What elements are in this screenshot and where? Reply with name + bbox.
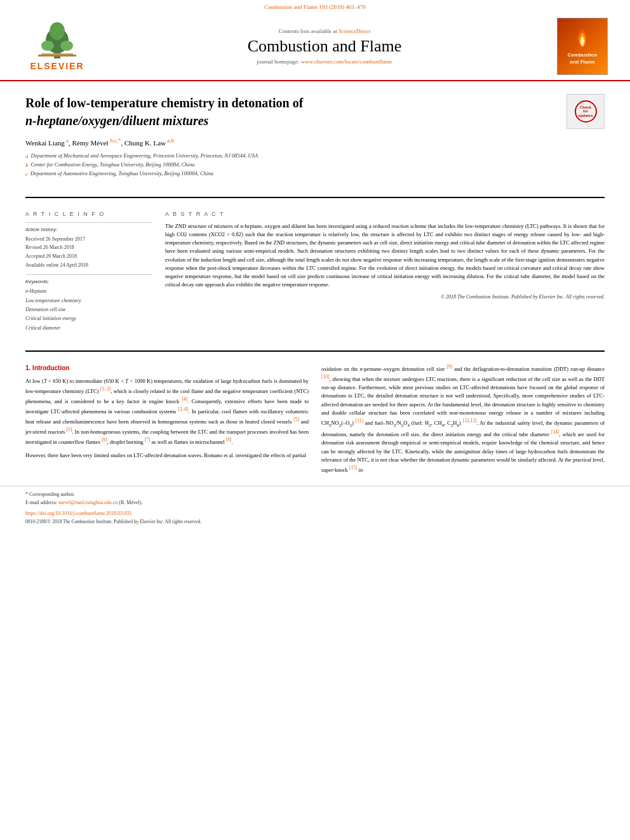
history-dates: Received 26 September 2017 Revised 26 Ma…: [25, 235, 152, 269]
corresponding-author-note: * Corresponding author.: [25, 491, 605, 497]
author-2-name: Rémy Mével: [72, 139, 108, 147]
body-column-right: oxidation on the n-pentane–oxygen detona…: [321, 363, 605, 479]
sciencedirect-link[interactable]: ScienceDirect: [338, 28, 370, 34]
author-1-name: Wenkai Liang: [25, 139, 65, 147]
elsevier-label: ELSEVIER: [30, 61, 84, 71]
body-column-left: 1. Introduction At low (T < 650 K) to in…: [25, 363, 309, 479]
date-accepted: Accepted 26 March 2018: [25, 252, 152, 261]
affiliation-3: c Department of Automotive Engineering, …: [25, 170, 605, 178]
date-revised: Revised 26 March 2018: [25, 243, 152, 252]
article-info-abstract-section: A R T I C L E I N F O Article history: R…: [0, 204, 630, 344]
journal-title: Combustion and Flame: [95, 37, 554, 56]
footer-section: * Corresponding author. E-mail address: …: [0, 486, 630, 524]
keyword-5: Critical diameter: [25, 324, 152, 333]
keywords-list: n-Heptane Low temperature chemistry Deto…: [25, 287, 152, 333]
date-online: Available online 24 April 2018: [25, 261, 152, 270]
abstract-column: A B S T R A C T The ZND structure of mix…: [165, 211, 605, 338]
author-3-sup: a,b: [166, 137, 174, 143]
author-1-sup: a: [65, 137, 69, 143]
svg-point-4: [50, 22, 65, 40]
keyword-2: Low temperature chemistry: [25, 297, 152, 305]
history-label: Article history:: [25, 227, 152, 232]
keywords-label: Keywords:: [25, 279, 152, 284]
journal-header-center: Contents lists available at ScienceDirec…: [95, 28, 554, 65]
abstract-heading: A B S T R A C T: [165, 211, 605, 217]
copyright-line: © 2018 The Combustion Institute. Publish…: [165, 294, 605, 300]
check-for-updates-badge: Checkforupdates: [566, 94, 605, 129]
author-3-name: Chung K. Law: [124, 139, 166, 147]
keyword-1: n-Heptane: [25, 287, 152, 296]
email-line: E-mail address: mevel@mail.tsinghua.edu.…: [25, 500, 605, 505]
email-link[interactable]: mevel@mail.tsinghua.edu.cn: [58, 500, 117, 505]
svg-point-3: [60, 41, 73, 51]
elsevier-tree-icon: [35, 22, 79, 60]
authors-line: Wenkai Liang a, Rémy Mével b,c,*, Chung …: [25, 137, 605, 147]
article-title: Role of low-temperature chemistry in det…: [25, 94, 605, 130]
article-title-section: Role of low-temperature chemistry in det…: [0, 81, 630, 190]
check-badge-icon: Checkforupdates: [575, 100, 597, 123]
top-bar: Combustion and Flame 193 (2018) 463–470: [0, 0, 630, 11]
contents-available-line: Contents lists available at ScienceDirec…: [95, 28, 554, 34]
article-info-heading: A R T I C L E I N F O: [25, 211, 152, 217]
main-divider: [25, 197, 605, 198]
cover-flame-icon: [573, 27, 592, 50]
article-title-line2: n-heptane/oxygen/diluent mixtures: [25, 114, 208, 128]
article-info-column: A R T I C L E I N F O Article history: R…: [25, 211, 152, 338]
homepage-url-link[interactable]: www.elsevier.com/locate/combustflame: [301, 58, 392, 65]
journal-citation: Combustion and Flame 193 (2018) 463–470: [264, 4, 366, 10]
journal-cover-box: Combustion and Flame: [557, 18, 608, 75]
affiliation-2: b Center for Combustion Energy, Tsinghua…: [25, 161, 605, 170]
svg-rect-6: [38, 55, 76, 57]
cover-journal-title: Combustion and Flame: [568, 52, 598, 65]
elsevier-logo: ELSEVIER: [19, 22, 95, 71]
doi-link[interactable]: https://doi.org/10.1016/j.combustflame.2…: [25, 510, 605, 516]
date-received: Received 26 September 2017: [25, 235, 152, 244]
body-section: 1. Introduction At low (T < 650 K) to in…: [0, 358, 630, 486]
journal-homepage-line: journal homepage: www.elsevier.com/locat…: [95, 58, 554, 65]
affiliation-1: a Department of Mechanical and Aerospace…: [25, 152, 605, 161]
section-1-heading: 1. Introduction: [25, 363, 309, 373]
author-2-sup: b,c,*: [109, 137, 121, 143]
abstract-text: The ZND structure of mixtures of n-hepta…: [165, 222, 605, 289]
keyword-3: Detonation cell size: [25, 305, 152, 314]
article-history: Article history: Received 26 September 2…: [25, 222, 152, 269]
body-para-3: oxidation on the n-pentane–oxygen detona…: [321, 363, 605, 474]
body-para-2: However, there have been very limited st…: [25, 451, 309, 460]
body-two-columns: 1. Introduction At low (T < 650 K) to in…: [25, 363, 605, 479]
article-title-line1: Role of low-temperature chemistry in det…: [25, 96, 303, 110]
issn-line: 0010-2180/© 2018 The Combustion Institut…: [25, 519, 605, 524]
keyword-4: Critical initiation energy: [25, 314, 152, 323]
journal-cover-area: Combustion and Flame: [554, 18, 611, 75]
body-para-1: At low (T < 650 K) to intermediate (650 …: [25, 377, 309, 446]
journal-header: ELSEVIER Contents lists available at Sci…: [0, 11, 630, 81]
keywords-section: Keywords: n-Heptane Low temperature chem…: [25, 274, 152, 333]
elsevier-logo-area: ELSEVIER: [19, 22, 95, 71]
body-divider: [25, 350, 605, 352]
affiliations: a Department of Mechanical and Aerospace…: [25, 152, 605, 179]
svg-point-2: [41, 41, 54, 51]
